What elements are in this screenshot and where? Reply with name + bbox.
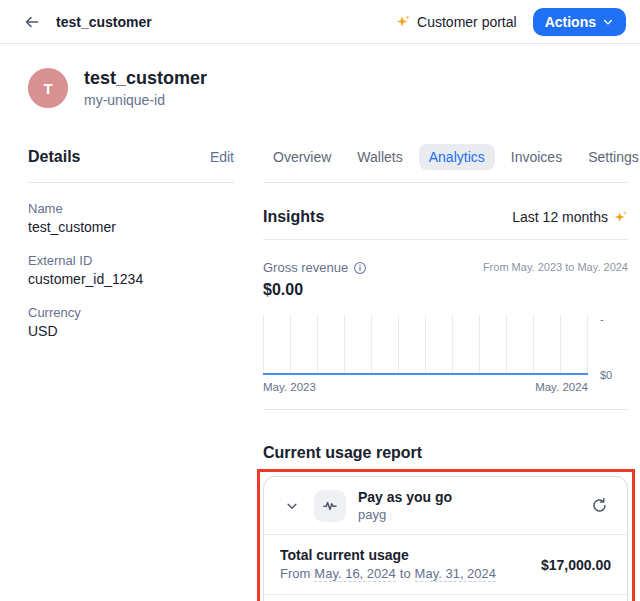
customer-portal-link[interactable]: Customer portal [396, 14, 517, 30]
plan-name: Pay as you go [358, 489, 452, 505]
refresh-icon [591, 497, 608, 514]
customer-identity: test_customer my-unique-id [84, 68, 207, 108]
chart-date-range: From May. 2023 to May. 2024 [483, 260, 628, 273]
chart-x-axis: May. 2023 May. 2024 [263, 381, 588, 393]
gross-revenue-value: $0.00 [263, 281, 628, 299]
insights-divider [263, 239, 628, 240]
chart-gridline [560, 315, 561, 373]
details-title: Details [28, 148, 80, 166]
chart-gridline [479, 315, 480, 373]
chart-gridline [344, 315, 345, 373]
topbar-actions: Customer portal Actions [396, 8, 626, 36]
detail-field-name: Name test_customer [28, 201, 234, 235]
usage-card: Pay as you go payg Total current usage [263, 476, 628, 601]
chart-gridline [533, 315, 534, 373]
field-label: Currency [28, 305, 234, 320]
customer-header: T test_customer my-unique-id [0, 44, 640, 142]
period-to-date[interactable]: May. 31, 2024 [415, 566, 496, 582]
period-from-date[interactable]: May. 16, 2024 [314, 566, 395, 582]
x-tick-end: May. 2024 [535, 381, 588, 393]
customer-page: test_customer Customer portal Actions T … [0, 0, 640, 601]
usage-period: From May. 16, 2024 to May. 31, 2024 [280, 566, 496, 582]
chart-gridline [452, 315, 453, 373]
sparkle-icon [614, 210, 628, 224]
chart-y-axis: - $0 [588, 315, 628, 375]
total-usage-amount: $17,000.00 [541, 557, 611, 573]
chart-divider [263, 409, 628, 410]
chart-gridline [371, 315, 372, 373]
field-value: customer_id_1234 [28, 271, 234, 287]
page-title: test_customer [56, 14, 152, 30]
gross-revenue-chart: - $0 [263, 315, 628, 375]
back-button[interactable] [18, 8, 46, 36]
actions-button-label: Actions [545, 14, 596, 30]
details-panel: Details Edit Name test_customer External… [28, 142, 234, 601]
total-usage-label: Total current usage [280, 547, 496, 563]
pulse-icon [322, 498, 338, 514]
current-usage-title: Current usage report [263, 444, 628, 462]
usage-card-wrapper: Pay as you go payg Total current usage [263, 476, 628, 601]
tab-bar: Overview Wallets Analytics Invoices Sett… [263, 142, 628, 172]
chevron-down-icon [285, 499, 299, 513]
total-usage-row: Total current usage From May. 16, 2024 t… [264, 534, 627, 594]
period-label: Last 12 months [512, 209, 608, 225]
period-selector[interactable]: Last 12 months [512, 209, 628, 225]
customer-unique-id: my-unique-id [84, 92, 207, 108]
tab-invoices[interactable]: Invoices [501, 144, 572, 170]
period-from-label: From [280, 566, 310, 582]
chart-gridline [425, 315, 426, 373]
top-bar: test_customer Customer portal Actions [0, 0, 640, 44]
insights-title: Insights [263, 208, 324, 226]
collapse-button[interactable] [280, 494, 304, 518]
sparkle-icon [396, 14, 411, 29]
usage-item-row: Tokens openai_tokens [264, 594, 627, 601]
usage-card-header[interactable]: Pay as you go payg [264, 477, 627, 534]
tabs-divider [263, 182, 628, 183]
tab-settings[interactable]: Settings [578, 144, 640, 170]
x-tick-start: May. 2023 [263, 381, 316, 393]
tab-overview[interactable]: Overview [263, 144, 341, 170]
arrow-left-icon [24, 14, 40, 30]
field-value: test_customer [28, 219, 234, 235]
field-value: USD [28, 323, 234, 339]
customer-portal-label: Customer portal [417, 14, 517, 30]
chart-gridlines [263, 315, 588, 373]
avatar: T [28, 68, 68, 108]
field-label: Name [28, 201, 234, 216]
gross-revenue-label: Gross revenue [263, 260, 348, 275]
info-icon[interactable] [353, 261, 367, 275]
detail-field-currency: Currency USD [28, 305, 234, 339]
plan-icon [314, 490, 346, 522]
edit-details-link[interactable]: Edit [210, 149, 234, 165]
chart-gridline [398, 315, 399, 373]
chart-plot [263, 315, 588, 375]
y-tick-max: - [600, 313, 604, 325]
analytics-panel: Overview Wallets Analytics Invoices Sett… [263, 142, 628, 601]
main-content: Details Edit Name test_customer External… [0, 142, 640, 601]
chart-gridline [290, 315, 291, 373]
chart-gridline [317, 315, 318, 373]
avatar-initial: T [43, 80, 52, 97]
actions-button[interactable]: Actions [533, 8, 626, 36]
y-tick-zero: $0 [600, 369, 612, 381]
plan-code: payg [358, 507, 452, 522]
customer-name: test_customer [84, 68, 207, 89]
chart-gridline [506, 315, 507, 373]
tab-analytics[interactable]: Analytics [419, 144, 495, 170]
chart-gridline [263, 315, 264, 373]
detail-field-external-id: External ID customer_id_1234 [28, 253, 234, 287]
period-to-label: to [400, 566, 411, 582]
details-divider [28, 182, 234, 183]
refresh-button[interactable] [587, 494, 611, 518]
tab-wallets[interactable]: Wallets [347, 144, 412, 170]
plan-texts: Pay as you go payg [358, 489, 452, 522]
field-label: External ID [28, 253, 234, 268]
chevron-down-icon [602, 16, 614, 28]
